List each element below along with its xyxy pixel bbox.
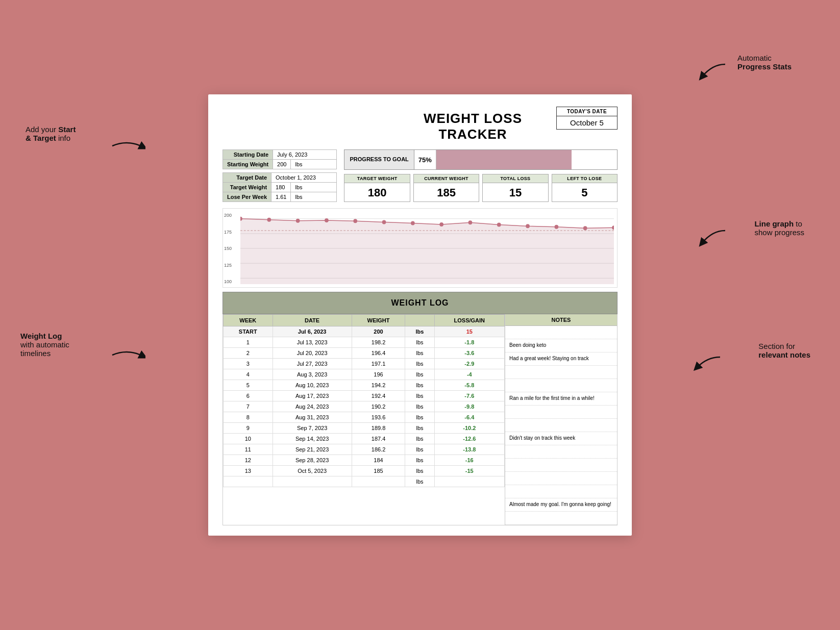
table-row: 12 Sep 28, 2023 184 lbs -16 xyxy=(224,455,505,466)
note-cell xyxy=(505,512,617,525)
note-cell: Been doing keto xyxy=(505,339,617,352)
svg-point-15 xyxy=(353,219,357,223)
notes-col: Been doing ketoHad a great week! Staying… xyxy=(505,326,617,525)
col-weight: WEIGHT xyxy=(352,315,405,326)
progress-section: PROGRESS TO GOAL 75% TARGET WEIGHT180CUR… xyxy=(344,149,617,202)
table-row: 9 Sep 7, 2023 189.8 lbs -10.2 xyxy=(224,423,505,434)
stat-box-total-loss: TOTAL LOSS15 xyxy=(482,174,548,202)
target-weight-value: 180 xyxy=(271,183,291,192)
note-cell xyxy=(505,485,617,498)
lose-per-week-label: Lose Per Week xyxy=(223,192,271,202)
svg-point-20 xyxy=(497,223,501,227)
weight-log-title: WEIGHT LOG xyxy=(223,292,617,314)
today-label: TODAY'S DATE xyxy=(557,107,617,116)
table-row: 8 Aug 31, 2023 193.6 lbs -6.4 xyxy=(224,412,505,423)
note-cell xyxy=(505,379,617,392)
header-row: WEIGHT LOSS TRACKER TODAY'S DATE October… xyxy=(223,107,617,142)
note-cell xyxy=(505,406,617,419)
table-row: 6 Aug 17, 2023 192.4 lbs -7.6 xyxy=(224,391,505,401)
svg-point-14 xyxy=(325,218,329,222)
table-row: 2 Jul 20, 2023 196.4 lbs -3.6 xyxy=(224,348,505,359)
log-table: WEEK DATE WEIGHT LOSS/GAIN START Jul 6, … xyxy=(223,314,505,487)
notes-header: NOTES xyxy=(505,314,617,326)
stats-row: TARGET WEIGHT180CURRENT WEIGHT185TOTAL L… xyxy=(344,174,617,202)
table-row: 5 Aug 10, 2023 194.2 lbs -5.8 xyxy=(224,380,505,391)
stat-box-current-weight: CURRENT WEIGHT185 xyxy=(413,174,479,202)
table-row: 11 Sep 21, 2023 186.2 lbs -13.8 xyxy=(224,444,505,455)
starting-weight-unit: lbs xyxy=(291,160,337,169)
svg-point-23 xyxy=(583,226,587,230)
table-row: 10 Sep 14, 2023 187.4 lbs -12.6 xyxy=(224,434,505,444)
table-row: 13 Oct 5, 2023 185 lbs -15 xyxy=(224,466,505,476)
table-row: START Jul 6, 2023 200 lbs 15 xyxy=(224,326,505,337)
svg-point-17 xyxy=(411,221,415,225)
note-cell xyxy=(505,366,617,379)
table-row: 1 Jul 13, 2023 198.2 lbs -1.8 xyxy=(224,337,505,348)
note-cell xyxy=(505,419,617,432)
svg-point-21 xyxy=(526,224,530,228)
col-week: WEEK xyxy=(224,315,273,326)
notes-section: NOTES Been doing ketoHad a great week! S… xyxy=(505,314,617,525)
starting-date-label: Starting Date xyxy=(223,150,273,160)
note-cell xyxy=(505,472,617,485)
y-labels: 200175150125100 xyxy=(224,213,232,284)
annotation-notes: Section forrelevant notes xyxy=(758,342,810,359)
annotation-line-graph: Line graph toshow progress xyxy=(754,219,804,237)
starting-weight-value: 200 xyxy=(273,160,291,169)
progress-label: PROGRESS TO GOAL xyxy=(344,150,414,169)
target-date-value: October 1, 2023 xyxy=(271,173,337,183)
chart-section: 200175150125100 xyxy=(223,208,617,288)
progress-bar-outer xyxy=(436,150,617,169)
svg-point-19 xyxy=(468,220,473,224)
svg-point-16 xyxy=(382,220,386,224)
svg-point-22 xyxy=(555,225,559,229)
col-date: DATE xyxy=(273,315,352,326)
target-info-table: Target Date October 1, 2023 Target Weigh… xyxy=(223,172,337,202)
stat-box-target-weight: TARGET WEIGHT180 xyxy=(344,174,410,202)
note-cell xyxy=(505,326,617,339)
stat-box-left-to-lose: LEFT TO LOSE5 xyxy=(552,174,617,202)
main-title: WEIGHT LOSS TRACKER xyxy=(389,111,556,142)
table-row: 3 Jul 27, 2023 197.1 lbs -2.9 xyxy=(224,359,505,369)
svg-point-18 xyxy=(439,222,443,226)
tracker-card: WEIGHT LOSS TRACKER TODAY'S DATE October… xyxy=(208,94,632,536)
start-info-table: Starting Date July 6, 2023 Starting Weig… xyxy=(223,149,337,169)
svg-point-12 xyxy=(267,218,271,222)
target-weight-label: Target Weight xyxy=(223,183,271,192)
log-section: WEEK DATE WEIGHT LOSS/GAIN START Jul 6, … xyxy=(223,314,617,525)
annotation-weight-log: Weight Logwith automatictimelines xyxy=(20,332,69,358)
page-wrapper: AutomaticProgress Stats Add your Start& … xyxy=(0,0,840,630)
progress-pct: 75% xyxy=(414,150,436,169)
today-value: October 5 xyxy=(557,116,617,129)
target-date-label: Target Date xyxy=(223,173,271,183)
col-unit xyxy=(405,315,434,326)
table-row: 7 Aug 24, 2023 190.2 lbs -9.8 xyxy=(224,401,505,412)
lose-per-week-unit: lbs xyxy=(291,192,337,202)
lose-per-week-value: 1.61 xyxy=(271,192,291,202)
target-weight-unit: lbs xyxy=(291,183,337,192)
col-loss: LOSS/GAIN xyxy=(434,315,504,326)
progress-bar-row: PROGRESS TO GOAL 75% xyxy=(344,149,617,170)
left-info: Starting Date July 6, 2023 Starting Weig… xyxy=(223,149,337,202)
note-cell: Ran a mile for the first time in a while… xyxy=(505,392,617,406)
note-cell: Didn't stay on track this week xyxy=(505,432,617,445)
chart-svg xyxy=(240,213,614,284)
log-table-wrap: WEEK DATE WEIGHT LOSS/GAIN START Jul 6, … xyxy=(223,314,505,525)
annotation-progress-stats: AutomaticProgress Stats xyxy=(737,54,792,71)
progress-bar-fill xyxy=(436,150,572,169)
starting-date-value: July 6, 2023 xyxy=(273,150,337,160)
note-cell xyxy=(505,445,617,459)
starting-weight-label: Starting Weight xyxy=(223,160,273,169)
table-row: lbs xyxy=(224,476,505,487)
info-row: Starting Date July 6, 2023 Starting Weig… xyxy=(223,149,617,202)
table-row: 4 Aug 3, 2023 196 lbs -4 xyxy=(224,369,505,380)
annotation-start-target: Add your Start& Target info xyxy=(26,125,76,142)
svg-point-13 xyxy=(296,219,300,223)
date-box: TODAY'S DATE October 5 xyxy=(556,107,617,130)
note-cell xyxy=(505,459,617,472)
note-cell: Had a great week! Staying on track xyxy=(505,352,617,366)
note-cell: Almost made my goal. I'm gonna keep goin… xyxy=(505,498,617,512)
